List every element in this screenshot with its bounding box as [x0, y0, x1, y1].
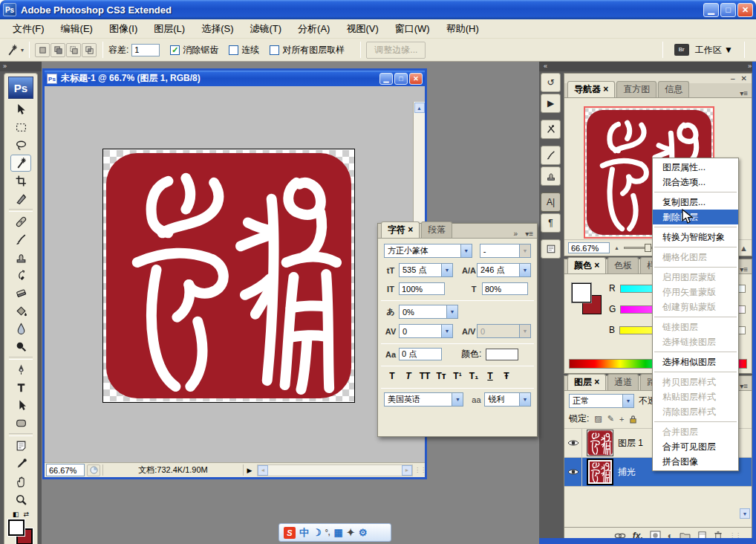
eraser-tool[interactable] — [10, 285, 31, 302]
hand-tool[interactable] — [10, 473, 31, 490]
color-foreground-swatch[interactable] — [572, 283, 591, 302]
blur-tool[interactable] — [10, 320, 31, 337]
tolerance-input[interactable] — [131, 44, 160, 56]
vertical-scale-input[interactable] — [399, 282, 445, 295]
font-family-select[interactable]: 方正小篆体 ▼ — [384, 244, 472, 258]
ctx-select-similar-layers[interactable]: 选择相似图层 — [653, 354, 738, 369]
lock-pixels-icon[interactable]: ✎ — [607, 414, 614, 424]
ime-settings-icon[interactable]: ⚙ — [359, 527, 368, 538]
menu-file[interactable]: 文件(F) — [4, 20, 53, 38]
sample-all-layers-checkbox[interactable] — [270, 45, 279, 55]
baseline-shift-input[interactable] — [399, 348, 442, 360]
anti-alias-checkbox[interactable]: ✓ — [170, 45, 180, 55]
panel-close-icon[interactable]: ✕ — [741, 74, 747, 82]
close-button[interactable]: ✕ — [737, 3, 753, 17]
dropdown-arrow-icon[interactable]: ▼ — [519, 325, 530, 337]
move-tool[interactable] — [10, 101, 31, 118]
scroll-right-button[interactable]: ► — [402, 465, 412, 476]
slice-tool[interactable] — [10, 190, 31, 207]
clone-source-panel-icon[interactable] — [541, 166, 561, 186]
doc-close-button[interactable]: ✕ — [409, 73, 423, 85]
ime-punctuation-icon[interactable]: °, — [325, 528, 330, 537]
brush-tool[interactable] — [10, 231, 31, 248]
clone-stamp-tool[interactable] — [10, 249, 31, 266]
dropdown-arrow-icon[interactable]: ▼ — [519, 245, 530, 257]
ctx-duplicate-layer[interactable]: 复制图层... — [653, 195, 738, 210]
paint-bucket-tool[interactable] — [10, 302, 31, 320]
menu-filter[interactable]: 滤镜(T) — [241, 20, 290, 38]
maximize-button[interactable]: □ — [720, 3, 736, 17]
tool-preset-wand-icon[interactable]: ▾ — [6, 44, 24, 56]
eyedropper-tool[interactable] — [10, 456, 31, 473]
ctx-layer-properties[interactable]: 图层属性... — [653, 160, 738, 175]
layers-scroll-down-button[interactable]: ▼ — [740, 508, 750, 519]
history-panel-icon[interactable]: ↺ — [541, 73, 561, 92]
scroll-up-button[interactable]: ▲ — [414, 103, 425, 113]
doc-maximize-button[interactable]: □ — [394, 73, 408, 85]
underline-button[interactable]: T — [482, 369, 498, 383]
dropdown-arrow-icon[interactable]: ▼ — [446, 305, 457, 318]
actions-panel-icon[interactable]: ▶ — [541, 94, 561, 113]
refine-edge-button[interactable]: 调整边缘... — [366, 42, 426, 59]
magic-wand-tool[interactable] — [10, 155, 31, 172]
kerning-select[interactable]: 0 ▼ — [477, 324, 531, 338]
crop-tool[interactable] — [10, 172, 31, 190]
swap-colors-icon[interactable]: ⇄ — [23, 511, 29, 518]
tab-paragraph[interactable]: 段落 — [421, 221, 452, 238]
menu-image[interactable]: 图像(I) — [101, 20, 146, 38]
pen-tool[interactable] — [10, 361, 31, 378]
ime-keyboard-icon[interactable]: ▦ — [333, 527, 342, 538]
layer-thumbnail[interactable] — [587, 430, 613, 456]
ctx-flatten-image[interactable]: 拼合图像 — [653, 454, 738, 469]
ctx-copy-layer-style[interactable]: 拷贝图层样式 — [653, 375, 738, 389]
tab-swatches[interactable]: 色板 — [607, 257, 639, 273]
ctx-delete-layer[interactable]: 删除图层 — [653, 210, 738, 224]
faux-italic-button[interactable]: T — [400, 369, 417, 383]
rectangular-marquee-tool[interactable] — [10, 119, 31, 136]
tsume-select[interactable]: 0% ▼ — [399, 305, 458, 319]
healing-brush-tool[interactable] — [10, 213, 31, 230]
lasso-tool[interactable] — [10, 137, 31, 154]
ctx-clear-layer-style[interactable]: 清除图层样式 — [653, 404, 738, 419]
dropdown-arrow-icon[interactable]: ▼ — [519, 264, 530, 276]
default-colors-icon[interactable]: ◧ — [13, 511, 19, 518]
selection-add-button[interactable] — [50, 43, 65, 57]
go-to-bridge-button[interactable]: Br — [674, 44, 689, 56]
dropdown-arrow-icon[interactable]: ▼ — [452, 393, 463, 406]
layer-name[interactable]: 图层 1 — [618, 437, 643, 450]
panel-menu-icon[interactable]: ▾≡ — [521, 230, 537, 238]
strikethrough-button[interactable]: Ŧ — [498, 369, 515, 383]
lock-all-icon[interactable] — [629, 415, 637, 424]
menu-window[interactable]: 窗口(W) — [387, 20, 438, 38]
tab-channels[interactable]: 通道 — [607, 374, 639, 390]
ctx-merge-visible[interactable]: 合并可见图层 — [653, 439, 738, 454]
anti-alias-select[interactable]: 锐利 ▼ — [484, 392, 531, 407]
visibility-eye-icon[interactable] — [564, 458, 582, 486]
ctx-enable-layer-mask[interactable]: 启用图层蒙版 — [653, 270, 738, 285]
selection-subtract-button[interactable] — [66, 43, 81, 57]
status-zoom-input[interactable] — [46, 464, 85, 476]
dropdown-arrow-icon[interactable]: ▼ — [622, 395, 633, 407]
tab-layers[interactable]: 图层 × — [567, 374, 606, 390]
history-brush-tool[interactable] — [10, 267, 31, 284]
document-titlebar[interactable]: Ps 未标题-1 @ 66.7% (图层 1, RGB/8) ▁ □ ✕ — [45, 71, 425, 86]
panel-minimize-icon[interactable]: – — [731, 74, 735, 82]
ime-chinese-mode-icon[interactable]: 中 — [299, 526, 309, 540]
menu-help[interactable]: 帮助(H) — [438, 20, 487, 38]
lock-position-icon[interactable]: + — [619, 415, 624, 424]
blend-mode-select[interactable]: 正常 ▼ — [569, 394, 634, 408]
type-tool[interactable] — [10, 379, 31, 396]
lock-transparency-icon[interactable]: ▨ — [594, 414, 602, 424]
panel-menu-icon[interactable]: ▾≡ — [736, 89, 752, 97]
faux-bold-button[interactable]: T — [384, 369, 400, 383]
doc-minimize-button[interactable]: ▁ — [379, 73, 393, 85]
ime-sogou-icon[interactable]: S — [284, 527, 296, 539]
font-style-select[interactable]: - ▼ — [480, 244, 531, 258]
visibility-eye-icon[interactable] — [564, 429, 582, 457]
ctx-select-linked-layers[interactable]: 选择链接图层 — [653, 334, 738, 349]
dropdown-arrow-icon[interactable]: ▼ — [460, 245, 472, 257]
leading-select[interactable]: 246 点 ▼ — [477, 263, 531, 277]
menu-edit[interactable]: 编辑(E) — [53, 20, 101, 38]
path-selection-tool[interactable] — [10, 397, 31, 414]
zoom-out-icon[interactable]: ▲ — [614, 245, 619, 250]
